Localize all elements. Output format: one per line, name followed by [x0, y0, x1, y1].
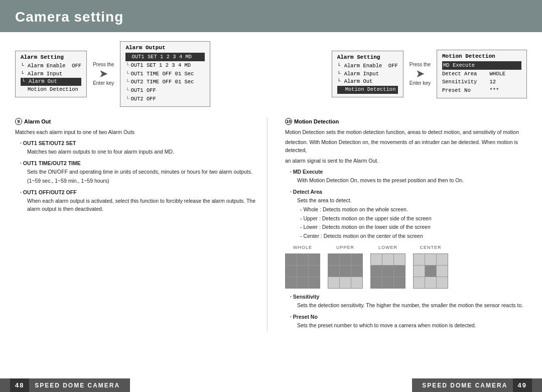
diagram-upper-label: UPPER: [336, 244, 354, 251]
right-s1-item2: └ Alarm Input: [337, 70, 398, 78]
md-sub2-desc: Sets the area to detect.: [297, 197, 527, 205]
left-arrow-icon: ➤: [99, 68, 108, 79]
right-screen1-title: Alarm Setting: [337, 54, 398, 60]
diagrams-row: Alarm Setting └ Alarm Enable OFF └ Alarm…: [15, 41, 527, 107]
motion-circle: 10: [285, 118, 292, 125]
motion-title: Motion Detection: [294, 118, 339, 124]
right-page-num: 49: [513, 378, 532, 392]
diagram-lower-label: LOWER: [378, 244, 397, 251]
diagram-upper-grid: [328, 253, 363, 289]
footer-left: 48 SPEED DOME CAMERA: [0, 378, 130, 392]
left-screen1-title: Alarm Setting: [21, 54, 81, 60]
motion-desc2: detection. With Motion Detection on, the…: [285, 138, 527, 155]
md-sub1-desc: With Motion Detection On, moves to the p…: [297, 177, 527, 185]
md-sub1: · MD Execute With Motion Detection On, m…: [290, 168, 527, 185]
left-s1-item2: └ Alarm Input: [21, 70, 81, 78]
left-s1-item1: └ Alarm Enable OFF: [21, 62, 81, 70]
out-sub3: · OUT1 OFF/OUT2 OFF When each alarm outp…: [20, 188, 257, 213]
out-sub1-title: · OUT1 SET/OUT2 SET: [20, 139, 257, 147]
left-arrow-text2: Enter key: [93, 80, 114, 86]
left-s2-item1: └OUT1 SET 1 2 3 4 MD: [125, 53, 205, 61]
sections-container: 9 Alarm Out Matches each alarm input to …: [15, 118, 527, 331]
md-bullet3: Lower : Detects motion on the lower side…: [300, 223, 527, 231]
right-screen2: Motion Detection MD Execute Detect Area …: [437, 50, 527, 98]
motion-desc3: an alarm signal is sent to the Alarm Out…: [285, 157, 527, 165]
out-sub1-desc: Matches two alarm outputs to one to four…: [27, 148, 257, 156]
right-s1-item4: Motion Detection: [337, 86, 398, 94]
left-s1-item4: Motion Detection: [21, 86, 81, 94]
right-screen2-title: Motion Detection: [442, 53, 521, 59]
left-screen2: Alarm Output └OUT1 SET 1 2 3 4 MD └OUT1 …: [120, 41, 210, 107]
md-sub3: · Sensitivity Sets the detection sensiti…: [290, 293, 527, 310]
motion-body: Motion Detection sets the motion detecti…: [285, 128, 527, 330]
left-s2-item6: └OUT2 OFF: [125, 95, 205, 103]
motion-desc1: Motion Detection sets the motion detecti…: [285, 128, 527, 136]
diagram-lower: LOWER: [370, 244, 405, 289]
footer-left-text: SPEED DOME CAMERA: [35, 382, 120, 389]
out-sub3-desc: When each alarm output is activated, sel…: [27, 197, 257, 213]
diagram-center-label: CENTER: [420, 244, 441, 251]
content-area: Alarm Setting └ Alarm Enable OFF └ Alarm…: [0, 32, 542, 336]
alarm-out-circle: 9: [15, 118, 22, 125]
alarm-out-header: 9 Alarm Out: [15, 118, 257, 125]
md-bullet4: Center : Detects motion on the center of…: [300, 232, 527, 240]
md-sub3-title: · Sensitivity: [290, 293, 527, 301]
left-s2-item4: └OUT2 TIME OFF 01 Sec: [125, 78, 205, 86]
md-sub3-desc: Sets the detection sensitivity. The high…: [297, 302, 527, 310]
footer-right: SPEED DOME CAMERA 49: [412, 378, 542, 392]
left-s1-item3: └ Alarm Out: [21, 78, 81, 86]
diagram-whole: WHOLE: [285, 244, 320, 289]
right-arrow: Press the ➤ Enter key: [410, 62, 431, 86]
diagram-center-grid: [413, 253, 448, 289]
left-s2-item2: └OUT1 SET 1 2 3 4 MD: [125, 61, 205, 70]
diagram-whole-grid: [285, 253, 320, 289]
page-header: Camera setting: [0, 0, 542, 32]
out-sub2-title: · OUT1 TIME/OUT2 TIME: [20, 159, 257, 167]
right-diagram-group: Alarm Setting └ Alarm Enable OFF └ Alarm…: [332, 41, 527, 107]
out-sub2-desc: Sets the ON/OFF and operating time in un…: [27, 168, 257, 176]
diagram-center: CENTER: [413, 244, 448, 289]
out-sub1: · OUT1 SET/OUT2 SET Matches two alarm ou…: [20, 139, 257, 156]
left-screen2-title: Alarm Output: [125, 45, 205, 51]
right-s2-item2: Detect Area WHOLE: [442, 70, 521, 78]
right-s1-item1: └ Alarm Enable OFF: [337, 62, 398, 70]
left-s2-item5: └OUT1 OFF: [125, 86, 205, 95]
diagram-lower-grid: [370, 253, 405, 289]
alarm-out-desc: Matches each alarm input to one of two A…: [15, 128, 257, 136]
left-page-num: 48: [10, 378, 29, 392]
motion-detection-section: 10 Motion Detection Motion Detection set…: [283, 118, 527, 331]
md-sub4-title: · Preset No: [290, 313, 527, 321]
left-arrow: Press the ➤ Enter key: [93, 62, 114, 86]
right-s1-item3: └ Alarm Out: [337, 78, 398, 86]
right-s2-item1: MD Execute: [442, 61, 521, 70]
diagram-whole-label: WHOLE: [293, 244, 312, 251]
footer-right-text: SPEED DOME CAMERA: [422, 382, 507, 389]
right-s2-item4: Preset No ***: [442, 86, 521, 95]
out-sub3-title: · OUT1 OFF/OUT2 OFF: [20, 188, 257, 196]
alarm-out-title: Alarm Out: [24, 118, 51, 124]
right-arrow-icon: ➤: [416, 68, 425, 79]
left-s2-item3: └OUT1 TIME OFF 01 Sec: [125, 70, 205, 78]
md-bullet2: Upper : Detects motion on the upper side…: [300, 215, 527, 223]
motion-header: 10 Motion Detection: [285, 118, 527, 125]
md-sub2-title: · Detect Area: [290, 188, 527, 196]
right-arrow-text2: Enter key: [410, 80, 431, 86]
md-sub4: · Preset No Sets the preset number to wh…: [290, 313, 527, 330]
out-sub2-note: (1~59 sec., 1~59 min., 1~59 hours): [27, 177, 257, 185]
detect-diagrams: WHOLE UPPER: [285, 244, 527, 289]
right-screen1: Alarm Setting └ Alarm Enable OFF └ Alarm…: [332, 51, 403, 97]
right-arrow-text1: Press the: [410, 62, 431, 67]
right-s2-item3: Sensitivity 12: [442, 78, 521, 86]
md-sub4-desc: Sets the preset number to which to move …: [297, 322, 527, 330]
alarm-out-body: Matches each alarm input to one of two A…: [15, 128, 257, 213]
md-sub1-title: · MD Execute: [290, 168, 527, 176]
left-screen1: Alarm Setting └ Alarm Enable OFF └ Alarm…: [15, 51, 87, 97]
left-arrow-text1: Press the: [93, 62, 114, 67]
out-sub2: · OUT1 TIME/OUT2 TIME Sets the ON/OFF an…: [20, 159, 257, 185]
left-diagram-group: Alarm Setting └ Alarm Enable OFF └ Alarm…: [15, 41, 210, 107]
alarm-out-section: 9 Alarm Out Matches each alarm input to …: [15, 118, 267, 331]
md-sub2: · Detect Area Sets the area to detect. W…: [290, 188, 527, 240]
md-bullet1: Whole : Detects motion on the whole scre…: [300, 206, 527, 214]
diagram-upper: UPPER: [328, 244, 363, 289]
page-title: Camera setting: [15, 9, 527, 25]
